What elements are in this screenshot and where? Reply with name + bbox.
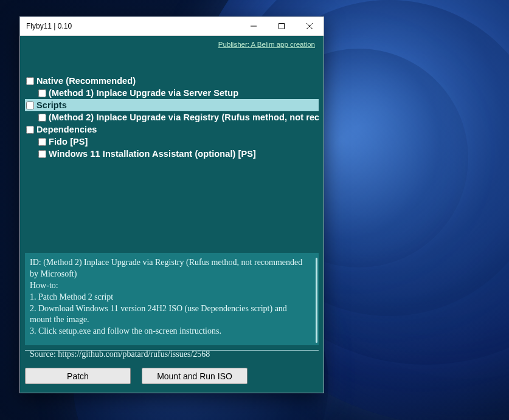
mount-button[interactable]: Mount and Run ISO xyxy=(142,368,248,384)
minimize-icon xyxy=(251,23,257,29)
label-dependencies: Dependencies xyxy=(36,125,97,134)
label-native: Native (Recommended) xyxy=(36,76,136,86)
titlebar[interactable]: Flyby11 | 0.10 xyxy=(20,17,324,36)
checkbox-native[interactable] xyxy=(26,77,34,85)
close-icon xyxy=(306,23,313,29)
checkbox-dependencies[interactable] xyxy=(26,126,34,134)
svg-rect-1 xyxy=(279,24,285,29)
tree-item-scripts[interactable]: Scripts xyxy=(25,99,319,111)
tree-item-assistant[interactable]: Windows 11 Installation Assistant (optio… xyxy=(25,148,319,160)
tree-item-native[interactable]: Native (Recommended) xyxy=(25,75,319,87)
maximize-button[interactable] xyxy=(268,17,296,35)
info-text: ID: (Method 2) Inplace Upgrade via Regis… xyxy=(30,257,313,360)
tree-item-method1[interactable]: (Method 1) Inplace Upgrade via Server Se… xyxy=(25,87,319,99)
checkbox-fido[interactable] xyxy=(38,138,46,146)
publisher-link[interactable]: Publisher: A Belim app creation xyxy=(218,41,315,48)
minimize-button[interactable] xyxy=(240,17,268,35)
checkbox-method1[interactable] xyxy=(38,89,46,97)
info-panel: ID: (Method 2) Inplace Upgrade via Regis… xyxy=(25,253,319,345)
tree-item-method2[interactable]: (Method 2) Inplace Upgrade via Registry … xyxy=(25,111,319,123)
client-area: Publisher: A Belim app creation Native (… xyxy=(20,36,324,393)
tree-item-fido[interactable]: Fido [PS] xyxy=(25,136,319,148)
label-method1: (Method 1) Inplace Upgrade via Server Se… xyxy=(49,88,238,98)
publisher-line: Publisher: A Belim app creation xyxy=(25,36,319,49)
checkbox-method2[interactable] xyxy=(38,114,46,122)
checkbox-scripts[interactable] xyxy=(26,102,34,109)
close-button[interactable] xyxy=(296,17,324,35)
maximize-icon xyxy=(279,23,285,29)
info-scrollbar[interactable] xyxy=(316,258,317,343)
tree-item-dependencies[interactable]: Dependencies xyxy=(25,123,319,136)
label-method2: (Method 2) Inplace Upgrade via Registry … xyxy=(49,112,319,122)
app-window: Flyby11 | 0.10 Publisher: A Belim app cr… xyxy=(19,16,324,393)
checkbox-assistant[interactable] xyxy=(38,150,46,158)
window-title: Flyby11 | 0.10 xyxy=(20,22,240,30)
label-assistant: Windows 11 Installation Assistant (optio… xyxy=(49,149,256,159)
window-controls xyxy=(240,17,324,35)
label-scripts: Scripts xyxy=(36,100,67,110)
options-tree: Native (Recommended) (Method 1) Inplace … xyxy=(25,75,319,160)
patch-button[interactable]: Patch xyxy=(25,368,131,384)
label-fido: Fido [PS] xyxy=(49,137,88,146)
button-row: Patch Mount and Run ISO xyxy=(25,368,319,387)
